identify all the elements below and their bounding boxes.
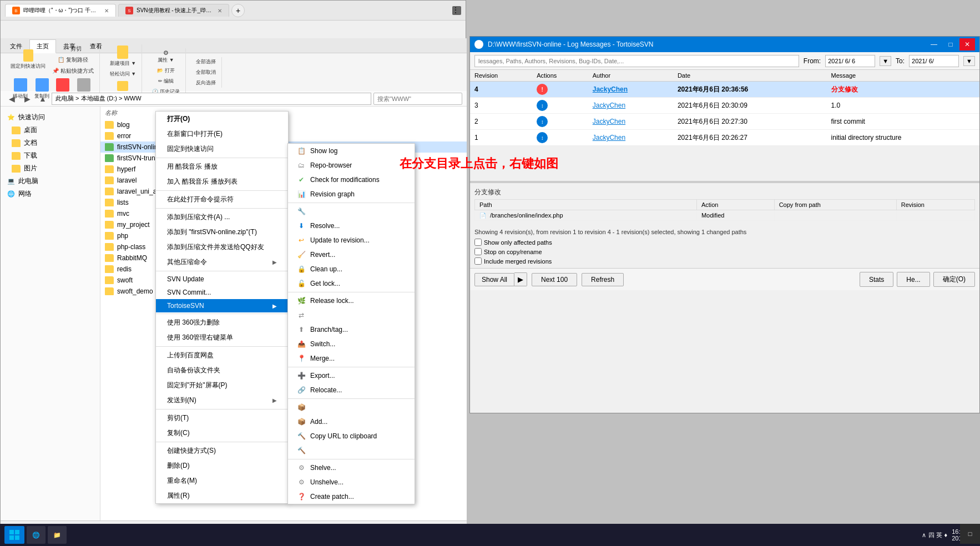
svn-shelve[interactable]: 📦 [288, 400, 415, 414]
sidebar-item-desktop[interactable]: 桌面 [1, 124, 100, 136]
checkbox-affected-input[interactable] [474, 239, 482, 246]
sidebar-item-quickaccess[interactable]: ⭐ 快速访问 [1, 111, 100, 124]
show-all-btn[interactable]: Show All [474, 273, 514, 286]
log-row-4[interactable]: 4 ! JackyChen 2021年6月6日 20:36:56 分支修改 [470, 82, 979, 98]
select-all-btn[interactable]: 全部选择 [194, 57, 218, 67]
svn-export[interactable]: 📤 Switch... [288, 337, 415, 351]
ctx-create-shortcut[interactable]: 创建快捷方式(S) [156, 443, 288, 458]
ctx-tortoisesvn[interactable]: TortoiseSVN ▶ [156, 299, 288, 312]
ok-btn[interactable]: 确定(O) [933, 272, 975, 287]
ctx-send-to[interactable]: 发送到(N) ▶ [156, 393, 288, 408]
ctx-copy[interactable]: 复制(C) [156, 426, 288, 441]
new-tab-button[interactable]: + [231, 4, 245, 17]
ctx-baidu-upload[interactable]: 上传到百度网盘 [156, 348, 288, 363]
ctx-svn-update[interactable]: SVN Update [156, 272, 288, 286]
invert-selection-btn[interactable]: 反向选择 [194, 78, 218, 88]
open-btn[interactable]: 📂 打开 [155, 66, 177, 75]
checkbox-merged[interactable]: Include merged revisions [474, 257, 975, 265]
pin-quickaccess-btn[interactable]: 固定到快速访问 [8, 48, 48, 71]
ctx-360-manage[interactable]: 使用 360管理右键菜单 [156, 330, 288, 345]
svn-revert[interactable]: ↩ Update to revision... [288, 233, 415, 247]
svn-relocate[interactable]: 📍 Merge... [288, 351, 415, 366]
browser-tab-bilibili[interactable]: B 哔哩哔哩（"・ω・")つ口 千杯--bili... ✕ [5, 4, 116, 17]
svn-show-log[interactable]: 📋 Show log [288, 144, 415, 158]
svn-close-btn[interactable]: ✕ [959, 38, 975, 50]
svn-revision-graph[interactable]: 📊 Revision graph [288, 187, 415, 201]
ctx-open-new-window[interactable]: 在新窗口中打开(E) [156, 127, 288, 141]
to-date-picker[interactable]: ▼ [963, 56, 975, 66]
ctx-cut[interactable]: 剪切(T) [156, 411, 288, 426]
log-row-3[interactable]: 3 ↕ JackyChen 2021年6月6日 20:30:09 1.0 [470, 98, 979, 114]
up-btn[interactable]: ▲ [36, 92, 49, 105]
checkbox-affected-paths[interactable]: Show only affected paths [474, 239, 975, 246]
checkbox-stop-copy-input[interactable] [474, 248, 482, 255]
back-btn[interactable]: ◀ [5, 92, 18, 105]
svn-unshelve[interactable]: 📦 Add... [288, 414, 415, 429]
new-item-btn[interactable]: 新建项目 ▼ [108, 44, 138, 68]
svn-maximize-btn[interactable]: □ [943, 38, 958, 50]
tray-expand[interactable]: ∧ [922, 532, 926, 539]
log-row-1[interactable]: 1 ↕ JackyChen 2021年6月6日 20:26:27 initial… [470, 130, 979, 146]
sidebar-item-network[interactable]: 🌐 网络 [1, 188, 100, 200]
svn-branch-tag[interactable]: 🌿 Release lock... [288, 294, 415, 308]
svn-add[interactable]: ➕ Export... [288, 368, 415, 383]
copy-path-btn[interactable]: 📋 复制路径 [50, 55, 96, 65]
from-date-input[interactable] [825, 55, 875, 67]
forward-btn[interactable]: ▶ [21, 92, 34, 105]
search-input[interactable] [373, 93, 462, 105]
log-row-2[interactable]: 2 ↕ JackyChen 2021年6月6日 20:27:30 first c… [470, 114, 979, 130]
svn-settings[interactable]: ⚙ Unshelve... [288, 475, 415, 489]
ctx-compress[interactable]: 添加到压缩文件(A) ... [156, 210, 288, 225]
svn-minimize-btn[interactable]: — [926, 38, 942, 50]
ctx-rename[interactable]: 重命名(M) [156, 473, 288, 488]
svn-update-revision[interactable]: ⬇ Resolve... [288, 219, 415, 233]
next-100-btn[interactable]: Next 100 [532, 273, 577, 286]
select-none-btn[interactable]: 全部取消 [194, 68, 218, 77]
svn-search-input[interactable] [474, 55, 799, 67]
sidebar-item-thispc[interactable]: 💻 此电脑 [1, 175, 100, 188]
svn-apply-patch[interactable]: 🔨 [288, 443, 415, 458]
to-date-input[interactable] [909, 55, 959, 67]
checkbox-merged-input[interactable] [474, 257, 482, 265]
ctx-auto-backup[interactable]: 自动备份该文件夹 [156, 363, 288, 378]
svn-cleanup[interactable]: 🧹 Revert... [288, 247, 415, 262]
browser-tab-svn[interactable]: S SVN使用教程 - 快速上手_哔哩... ✕ [118, 4, 229, 17]
svn-release-lock[interactable]: 🔓 Get lock... [288, 276, 415, 291]
svn-help[interactable]: ❓ Create patch... [288, 489, 415, 504]
help-btn[interactable]: He... [897, 272, 930, 287]
breadcrumb[interactable]: 此电脑 > 本地磁盘 (D:) > WWW [52, 93, 371, 105]
tab-close-svn[interactable]: ✕ [218, 8, 222, 14]
properties-btn[interactable]: ⚙ 属性 ▼ [155, 48, 176, 65]
ctx-360-delete[interactable]: 使用 360强力删除 [156, 315, 288, 330]
from-date-picker[interactable]: ▼ [880, 56, 891, 66]
ctx-cmd[interactable]: 在此处打开命令提示符 [156, 192, 288, 207]
tab-close-bilibili[interactable]: ✕ [104, 8, 109, 14]
edit-btn[interactable]: ✏ 编辑 [156, 77, 176, 86]
sidebar-item-pictures[interactable]: 图片 [1, 162, 100, 175]
ctx-compress-named[interactable]: 添加到 "firstSVN-online.zip"(T) [156, 225, 288, 240]
ctx-svn-commit[interactable]: SVN Commit... [156, 286, 288, 299]
svn-merge[interactable]: ⬆ Branch/tag... [288, 322, 415, 337]
taskbar-explorer[interactable]: 📁 [48, 526, 67, 544]
paths-row-1[interactable]: 📄 /branches/online/index.php Modified [475, 210, 975, 221]
svn-create-patch[interactable]: 🔨 Copy URL to clipboard [288, 429, 415, 443]
sidebar-item-documents[interactable]: 文档 [1, 136, 100, 149]
svn-copy-url[interactable]: 🔗 Relocate... [288, 383, 415, 397]
paste-shortcut-btn[interactable]: 📌 粘贴快捷方式 [50, 66, 96, 76]
cut-btn[interactable]: ✂ 剪切 [50, 44, 96, 54]
svn-check-modifications[interactable]: ✔ Check for modifications [288, 173, 415, 187]
show-all-arrow-btn[interactable]: ▶ [514, 272, 527, 286]
sidebar-item-downloads[interactable]: 下载 [1, 149, 100, 162]
ctx-kuwo-play[interactable]: 用 酷我音乐 播放 [156, 159, 288, 174]
stats-btn[interactable]: Stats [860, 272, 893, 287]
start-button[interactable] [4, 526, 24, 544]
ctx-other-compress[interactable]: 其他压缩命令 ▶ [156, 255, 288, 270]
svn-get-lock[interactable]: 🔒 Clean up... [288, 262, 415, 276]
checkbox-stop-copy[interactable]: Stop on copy/rename [474, 248, 975, 255]
taskbar-browser[interactable]: 🌐 [27, 526, 46, 544]
ctx-pin-quick[interactable]: 固定到快速访问 [156, 141, 288, 156]
svn-switch[interactable]: ⇄ [288, 308, 415, 322]
easy-access-btn[interactable]: 轻松访问 ▼ [108, 69, 138, 79]
notification-icon[interactable]: □ [960, 524, 980, 544]
ctx-properties[interactable]: 属性(R) [156, 488, 288, 503]
